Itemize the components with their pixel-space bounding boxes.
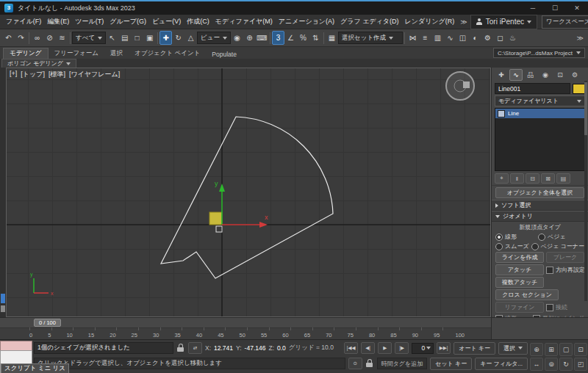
viewcube-face[interactable] (463, 82, 470, 88)
time-slider-track[interactable]: 0 / 100 (0, 318, 491, 328)
ribbon-tab-populate[interactable]: Populate (206, 50, 243, 59)
layer-manager-button[interactable]: ▥ (431, 31, 444, 45)
toolbar-overflow-icon[interactable]: ≫ (575, 35, 586, 42)
x-coord-value[interactable]: 12.741 (214, 344, 233, 352)
maximize-button[interactable]: ☐ (544, 1, 566, 15)
keyboard-shortcut-override-button[interactable]: ⌨ (256, 31, 268, 45)
vertex-type-smooth-radio[interactable] (495, 243, 503, 250)
select-whole-object-button[interactable]: オブジェクト全体を選択 (495, 187, 584, 198)
use-pivot-point-button[interactable]: ◉ (231, 31, 243, 45)
select-and-move-button[interactable]: ✚ (159, 31, 172, 45)
percent-snap-button[interactable]: % (297, 31, 309, 45)
reference-coordinate-dropdown[interactable]: ビュー (197, 32, 231, 44)
rendered-frame-window-button[interactable]: ◻ (494, 31, 506, 45)
redo-button[interactable]: ↷ (15, 31, 27, 45)
viewport-general-menu[interactable]: [+] (10, 70, 17, 79)
panel-scrollbar-thumb[interactable] (584, 82, 587, 135)
mirror-button[interactable]: ⋈ (406, 31, 419, 45)
isolate-selection-toggle[interactable]: ⊙ (348, 358, 362, 369)
top-viewport[interactable]: [+] [トップ] [標準] [ワイヤフレーム] y x (6, 68, 491, 317)
play-button[interactable]: ▶ (378, 342, 392, 354)
vertex-type-bezier-radio[interactable] (538, 233, 545, 241)
project-folder-dropdown[interactable]: C:\Storage\P...dsMax Project (493, 48, 585, 58)
spinner-icon[interactable] (426, 347, 431, 350)
pin-stack-button[interactable]: ⌖ (495, 173, 509, 184)
previous-frame-button[interactable]: ◀| (361, 342, 375, 354)
spline-shape[interactable] (161, 117, 333, 278)
motion-tab[interactable]: ◉ (539, 69, 552, 81)
close-button[interactable]: ✕ (566, 1, 588, 15)
viewport-layout-tab-alt[interactable] (1, 305, 5, 312)
select-and-rotate-button[interactable]: ↻ (172, 31, 184, 45)
reorient-checkbox[interactable] (546, 267, 553, 274)
render-button[interactable]: ♨ (506, 31, 519, 45)
select-by-name-button[interactable]: ▤ (118, 31, 131, 45)
material-editor-button[interactable]: ◐ (469, 31, 481, 45)
menu-animation[interactable]: アニメーション(A) (276, 17, 337, 26)
zoom-all-icon[interactable]: ⊞ (545, 343, 558, 356)
attach-button[interactable]: アタッチ (495, 264, 544, 275)
ribbon-tab-modeling[interactable]: モデリング (3, 48, 49, 59)
selection-lock-icon[interactable] (177, 344, 184, 352)
key-filter-button[interactable]: キー フィルタ... (475, 358, 528, 370)
orbit-icon[interactable]: ↻ (559, 358, 573, 371)
connect-checkbox[interactable] (546, 304, 553, 311)
account-menu[interactable]: Tori iPentec (470, 15, 537, 29)
selection-lock-toggle[interactable] (366, 359, 373, 368)
menu-graph-editors[interactable]: グラフ エディタ(D) (337, 17, 401, 26)
viewport-style-label[interactable]: [ワイヤフレーム] (69, 70, 120, 79)
absolute-offset-mode-toggle[interactable]: ⇄ (188, 342, 202, 354)
gizmo-plane-handle[interactable] (209, 212, 222, 225)
refine-button[interactable]: リファイン (495, 302, 544, 313)
undo-button[interactable]: ↶ (2, 31, 15, 45)
vertex-type-linear-radio[interactable] (495, 233, 503, 241)
zoom-region-icon[interactable]: ⊡ (574, 343, 587, 356)
attach-multiple-button[interactable]: 複数アタッチ (495, 277, 544, 288)
schematic-view-button[interactable]: ◫ (456, 31, 469, 45)
viewport-pov-label[interactable]: [トップ] (21, 70, 45, 79)
workspace-selector[interactable]: ワークスペース: 既定値 (542, 15, 588, 29)
time-slider-handle[interactable]: 0 / 100 (34, 319, 61, 327)
ribbon-tab-object-paint[interactable]: オブジェクト ペイント (129, 48, 206, 59)
window-crossing-toggle[interactable]: ▣ (143, 31, 156, 45)
rectangular-selection-region-button[interactable]: □ (131, 31, 143, 45)
render-setup-button[interactable]: ⚙ (481, 31, 494, 45)
snap-toggle-3d-button[interactable]: 3 (272, 31, 284, 45)
make-unique-button[interactable]: ⊟ (526, 173, 539, 184)
cross-section-button[interactable]: クロス セクション (495, 289, 559, 300)
key-mode-dropdown[interactable]: 選択 (498, 342, 528, 355)
modify-tab[interactable]: ∿ (509, 69, 523, 81)
menu-file[interactable]: ファイル(F) (3, 17, 44, 26)
align-button[interactable]: ≡ (419, 31, 431, 45)
zoom-icon[interactable]: ⊕ (530, 343, 543, 356)
go-to-end-button[interactable]: ▶▶| (437, 342, 451, 354)
viewport-layout-tab[interactable] (1, 294, 5, 303)
auto-key-button[interactable]: オート キー (453, 342, 495, 355)
select-and-link-button[interactable]: ∞ (31, 31, 43, 45)
menu-group[interactable]: グループ(G) (107, 17, 149, 26)
break-button[interactable]: ブレーク (546, 252, 584, 263)
menu-overflow-icon[interactable]: ≫ (457, 18, 470, 26)
menu-tools[interactable]: ツール(T) (72, 17, 107, 26)
vertex-type-bezier-corner-radio[interactable] (531, 243, 539, 250)
unlink-selection-button[interactable]: ⊘ (43, 31, 56, 45)
utilities-tab[interactable]: ⚙ (568, 69, 581, 81)
timeline-ruler[interactable]: 0 5 10 15 20 25 30 35 40 45 50 55 60 65 … (29, 327, 465, 339)
edit-named-selection-sets-button[interactable]: ▦ (326, 31, 338, 45)
create-tab[interactable]: ✚ (495, 69, 508, 81)
viewport-quality-label[interactable]: [標準] (49, 70, 65, 79)
macro-recorder-pane[interactable] (0, 341, 32, 351)
create-line-button[interactable]: ラインを作成 (495, 252, 544, 263)
curve-editor-button[interactable]: ∿ (444, 31, 456, 45)
maximize-viewport-icon[interactable]: ◰ (574, 358, 587, 371)
named-selection-set-field[interactable]: 選択セット作成 (338, 32, 403, 44)
select-and-manipulate-button[interactable]: ⊕ (243, 31, 256, 45)
minimize-button[interactable]: ─ (522, 1, 544, 15)
ribbon-panel-polygon-modeling[interactable]: ポリゴン モデリング (1, 59, 76, 68)
modifier-stack-item-line[interactable]: Line (495, 109, 584, 118)
z-coord-value[interactable]: 0.0 (277, 344, 286, 352)
configure-modifier-sets-button[interactable]: ▤ (556, 173, 570, 184)
next-frame-button[interactable]: |▶ (395, 342, 409, 354)
display-tab[interactable]: ⊡ (553, 69, 567, 81)
move-gizmo[interactable]: y x (209, 180, 268, 232)
